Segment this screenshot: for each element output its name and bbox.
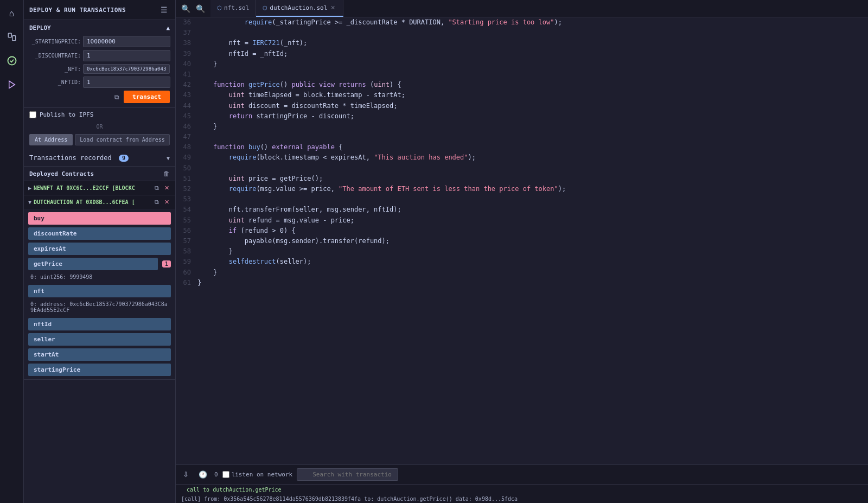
getprice-badge: 1 xyxy=(162,260,171,268)
line-row: 59 selfdestruct(seller); xyxy=(176,257,868,267)
console-call: call to dutchAuction.getPrice xyxy=(181,486,287,494)
home-icon[interactable]: ⌂ xyxy=(3,4,21,22)
dutchauction-close-btn[interactable]: ✕ xyxy=(163,198,171,206)
bottom-bar: ⇩ 🕐 0 listen on network 🔍 xyxy=(176,464,868,484)
tx-right: ▼ xyxy=(167,155,170,161)
search-wrapper: 🔍 xyxy=(297,468,864,481)
tab-close-btn[interactable]: ✕ xyxy=(329,4,336,11)
sidebar: ⌂ xyxy=(0,0,24,503)
deploy-label: DEPLOY xyxy=(29,24,51,31)
console-detail: [call] from: 0x356a545c56278e8114da55763… xyxy=(176,495,868,503)
discountrate-label: _DISCOUNTRATE: xyxy=(29,53,81,59)
files-icon[interactable] xyxy=(3,28,21,46)
code-table: 36 require(_startingPrice >= _discountRa… xyxy=(176,17,868,288)
line-row: 41 xyxy=(176,69,868,80)
listen-row: listen on network xyxy=(222,471,293,478)
line-row: 50 xyxy=(176,163,868,174)
clear-contracts-btn[interactable]: 🗑 xyxy=(163,170,170,177)
getprice-button[interactable]: getPrice xyxy=(28,258,158,270)
at-address-button[interactable]: At Address xyxy=(29,134,73,145)
deploy-chevron: ▲ xyxy=(166,24,170,31)
discountrate-row: _DISCOUNTRATE: xyxy=(29,50,170,61)
newnft-contract: ▶ NEWNFT AT 0XC6C...E2CCF [BLOCKC ⧉ ✕ xyxy=(24,181,175,195)
dutchauction-buttons: buy discountRate expiresAt getPrice 1 0:… xyxy=(24,209,175,379)
line-row: 54 nft.transferFrom(seller, msg.sender, … xyxy=(176,205,868,215)
deploy-section-toggle[interactable]: DEPLOY ▲ xyxy=(29,24,170,31)
panel-menu-btn[interactable]: ☰ xyxy=(158,4,170,15)
line-row: 38 nft = IERC721(_nft); xyxy=(176,38,868,48)
at-address-row: At Address Load contract from Address xyxy=(24,132,175,150)
deploy-panel: DEPLOY & RUN TRANSACTIONS ☰ DEPLOY ▲ _ST… xyxy=(24,0,176,503)
buy-button[interactable]: buy xyxy=(28,212,171,225)
search-input[interactable] xyxy=(297,468,398,481)
line-row: 44 uint discount = discountRate * timeEl… xyxy=(176,101,868,111)
or-divider: OR xyxy=(24,122,175,132)
dutchauction-header[interactable]: ▼ DUTCHAUCTION AT 0XD8B...6CFEA [ ⧉ ✕ xyxy=(24,195,175,209)
line-row: 39 nftId = _nftId; xyxy=(176,49,868,59)
dutchauction-actions: ⧉ ✕ xyxy=(153,198,171,206)
discountrate-button[interactable]: discountRate xyxy=(28,227,171,240)
line-row: 56 if (refund > 0) { xyxy=(176,226,868,236)
startingprice-input[interactable] xyxy=(83,36,170,47)
copy-btn[interactable]: ⧉ xyxy=(113,92,120,102)
newnft-close-btn[interactable]: ✕ xyxy=(163,184,171,192)
newnft-chevron: ▶ xyxy=(28,185,31,191)
check-icon[interactable] xyxy=(3,52,21,69)
nftid-label: _NFTID: xyxy=(29,79,81,85)
line-row: 58 } xyxy=(176,246,868,257)
line-row: 47 xyxy=(176,132,868,142)
tab-nft-label: nft.sol xyxy=(224,4,249,11)
startingprice-label: _STARTINGPRICE: xyxy=(29,39,81,44)
line-row: 46 } xyxy=(176,122,868,132)
startingprice-button[interactable]: startingPrice xyxy=(28,364,171,376)
code-editor[interactable]: 36 require(_startingPrice >= _discountRa… xyxy=(176,17,868,464)
line-row: 49 require(block.timestamp < expiresAt, … xyxy=(176,152,868,163)
discountrate-input[interactable] xyxy=(83,50,170,61)
seller-button[interactable]: seller xyxy=(28,333,171,346)
nftid-input[interactable] xyxy=(83,77,170,88)
newnft-copy-btn[interactable]: ⧉ xyxy=(153,184,161,192)
publish-checkbox[interactable] xyxy=(29,111,36,118)
tx-count-badge: 9 xyxy=(119,155,129,162)
tab-nft-icon: ⬡ xyxy=(217,5,222,11)
transactions-recorded-row[interactable]: Transactions recorded 9 ▼ xyxy=(24,150,175,167)
startingprice-row: _STARTINGPRICE: xyxy=(29,36,170,47)
publish-label: Publish to IPFS xyxy=(40,111,93,118)
deploy-title: DEPLOY & RUN TRANSACTIONS xyxy=(29,7,126,14)
nft-input[interactable] xyxy=(83,64,170,74)
line-row: 48 function buy() external payable { xyxy=(176,142,868,152)
listen-checkbox[interactable] xyxy=(222,471,229,478)
zoom-out-btn[interactable]: 🔍 xyxy=(179,3,193,14)
transact-row: ⧉ transact xyxy=(29,91,170,103)
svg-rect-1 xyxy=(12,36,15,41)
line-row: 37 xyxy=(176,28,868,38)
transact-button[interactable]: transact xyxy=(124,91,170,103)
line-row: 42 function getPrice() public view retur… xyxy=(176,80,868,90)
expiresat-button[interactable]: expiresAt xyxy=(28,243,171,255)
tab-bar: 🔍 🔍 ⬡ nft.sol ⬡ dutchAuction.sol ✕ xyxy=(176,0,868,17)
transactions-label: Transactions recorded 9 xyxy=(29,154,129,162)
line-row: 40 } xyxy=(176,59,868,69)
tab-dutchauction[interactable]: ⬡ dutchAuction.sol ✕ xyxy=(256,0,343,17)
line-row: 55 uint refund = msg.value - price; xyxy=(176,215,868,226)
dutchauction-copy-btn[interactable]: ⧉ xyxy=(153,198,161,206)
nft-output: 0: address: 0xc6cBec18537c790372986a043C… xyxy=(28,300,171,315)
deployed-contracts-header: Deployed Contracts 🗑 xyxy=(24,167,175,181)
line-row: 52 require(msg.value >= price, "The amou… xyxy=(176,184,868,194)
nftid-button[interactable]: nftId xyxy=(28,318,171,330)
tab-nft[interactable]: ⬡ nft.sol xyxy=(210,0,256,17)
startat-button[interactable]: startAt xyxy=(28,348,171,361)
zoom-in-btn[interactable]: 🔍 xyxy=(194,3,207,14)
newnft-header[interactable]: ▶ NEWNFT AT 0XC6C...E2CCF [BLOCKC ⧉ ✕ xyxy=(24,181,175,195)
listen-label: listen on network xyxy=(232,471,293,478)
line-row: 43 uint timeElapsed = block.timestamp - … xyxy=(176,90,868,100)
clock-btn[interactable]: 🕐 xyxy=(196,469,210,480)
newnft-actions: ⧉ ✕ xyxy=(153,184,171,192)
collapse-btn[interactable]: ⇩ xyxy=(180,469,192,480)
nft-button[interactable]: nft xyxy=(28,285,171,297)
line-row: 53 xyxy=(176,194,868,205)
deploy-icon[interactable] xyxy=(3,76,21,93)
tab-tools: 🔍 🔍 xyxy=(176,3,210,14)
tx-chevron: ▼ xyxy=(167,155,170,161)
load-contract-button[interactable]: Load contract from Address xyxy=(75,134,170,145)
